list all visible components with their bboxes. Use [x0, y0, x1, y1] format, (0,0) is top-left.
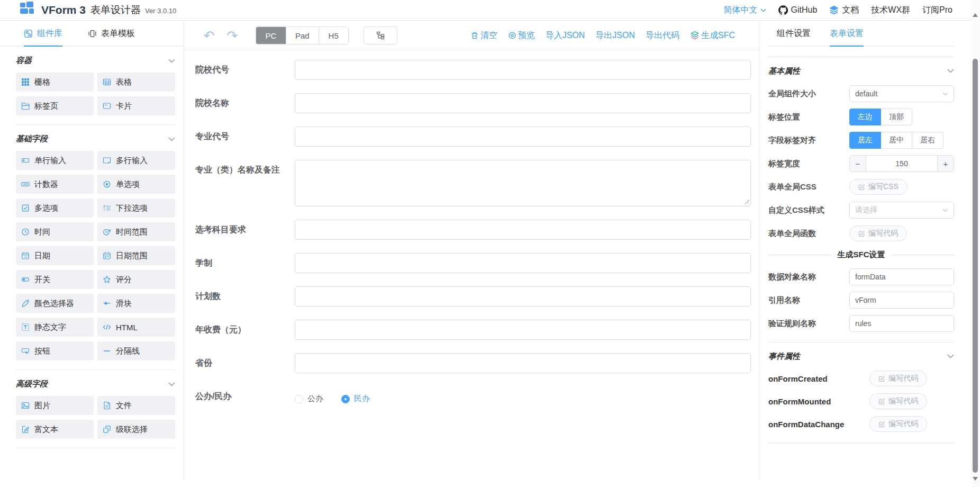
device-pc-button[interactable]: PC	[256, 27, 286, 44]
widget-item-cascader[interactable]: 级联选择	[97, 420, 175, 439]
label-width-value[interactable]: 150	[866, 156, 937, 172]
rules-name-input[interactable]	[849, 315, 954, 332]
form-field-row[interactable]: 省份	[195, 353, 751, 373]
form-field-row[interactable]: 院校名称	[195, 93, 751, 113]
widget-item-picture[interactable]: 图片	[16, 396, 94, 415]
radio-option-public[interactable]: 公办	[295, 394, 323, 404]
widget-item-static-text[interactable]: 静态文字	[16, 318, 94, 337]
sfc-layers-icon	[690, 31, 700, 40]
form-field-row[interactable]: 学制	[195, 253, 751, 273]
decrease-button[interactable]: −	[850, 156, 866, 172]
edit-on-form-data-change-button[interactable]: 编写代码	[869, 416, 927, 432]
widget-item-input[interactable]: 单行输入	[16, 151, 94, 170]
widget-item-table[interactable]: 表格	[97, 73, 175, 92]
field-input[interactable]	[295, 60, 751, 80]
field-input[interactable]	[295, 220, 751, 240]
device-pad-button[interactable]: Pad	[286, 27, 319, 44]
widget-item-switch[interactable]: 开关	[16, 270, 94, 289]
custom-class-select[interactable]: 请选择	[849, 202, 954, 219]
widget-item-rate[interactable]: 评分	[97, 270, 175, 289]
form-field-row[interactable]: 选考科目要求	[195, 220, 751, 240]
tab-widget-library[interactable]: 组件库	[24, 21, 62, 47]
field-label: 公办/民办	[195, 386, 295, 407]
widget-item-select[interactable]: 下拉选项	[97, 199, 175, 218]
increase-button[interactable]: +	[937, 156, 954, 172]
field-textarea[interactable]	[295, 160, 751, 206]
widget-item-html[interactable]: HTML	[97, 318, 175, 337]
form-field-row[interactable]: 专业代号	[195, 127, 751, 147]
form-canvas[interactable]: 院校代号 院校名称 专业代号 专业（类）名称及备注 选考科目要求	[185, 50, 759, 407]
section-event-props[interactable]: 事件属性	[768, 350, 954, 363]
ref-name-input[interactable]	[849, 292, 954, 309]
widget-item-divider[interactable]: 分隔线	[97, 341, 175, 360]
widget-item-checkbox[interactable]: 多选项	[16, 199, 94, 218]
widget-size-select[interactable]: default	[849, 85, 954, 102]
redo-button[interactable]: ↷	[225, 29, 240, 42]
node-tree-button[interactable]	[364, 26, 397, 44]
label-align-left[interactable]: 居左	[849, 132, 881, 149]
widget-item-radio[interactable]: 单选项	[97, 175, 175, 194]
form-field-row[interactable]: 专业（类）名称及备注	[195, 160, 751, 206]
widget-item-card[interactable]: 卡片	[97, 96, 175, 115]
edit-on-form-mounted-button[interactable]: 编写代码	[869, 393, 927, 409]
tab-widget-settings[interactable]: 组件设置	[777, 21, 811, 47]
field-input[interactable]	[295, 253, 751, 273]
section-basic-props[interactable]: 基本属性	[768, 65, 954, 77]
section-advanced-fields[interactable]: 高级字段	[16, 379, 175, 389]
widget-item-file[interactable]: 文件	[97, 396, 175, 415]
widget-item-tab-page[interactable]: 标签页	[16, 96, 94, 115]
field-input[interactable]	[295, 127, 751, 147]
form-field-row[interactable]: 院校代号	[195, 60, 751, 80]
docs-link[interactable]: 文档	[829, 5, 859, 16]
form-field-row[interactable]: 公办/民办 公办 民办	[195, 386, 751, 407]
scroll-up-arrow-icon[interactable]	[973, 13, 978, 17]
widget-item-rich-editor[interactable]: 富文本	[16, 420, 94, 439]
tab-form-template[interactable]: 表单模板	[88, 21, 135, 47]
chevron-down-icon	[760, 8, 766, 12]
field-input[interactable]	[295, 353, 751, 373]
scrollbar-thumb[interactable]	[973, 59, 978, 473]
edit-on-form-created-button[interactable]: 编写代码	[869, 371, 927, 386]
widget-item-slider[interactable]: 滑块	[97, 294, 175, 313]
edit-functions-button[interactable]: 编写代码	[849, 226, 907, 241]
export-code-button[interactable]: 导出代码	[646, 30, 679, 41]
label-position-top[interactable]: 顶部	[881, 109, 912, 125]
device-h5-button[interactable]: H5	[319, 27, 348, 44]
section-basic-fields[interactable]: 基础字段	[16, 134, 175, 144]
label-align-center[interactable]: 居中	[881, 132, 912, 149]
github-link[interactable]: GitHub	[778, 5, 818, 15]
widget-item-date[interactable]: 19 日期	[16, 246, 94, 265]
tab-form-settings[interactable]: 表单设置	[830, 21, 864, 47]
widget-item-textarea[interactable]: 多行输入	[97, 151, 175, 170]
form-field-row[interactable]: 年收费（元）	[195, 320, 751, 340]
widget-item-time[interactable]: 时间	[16, 222, 94, 241]
page-scrollbar[interactable]	[971, 0, 980, 487]
section-container[interactable]: 容器	[16, 56, 175, 66]
field-input[interactable]	[295, 320, 751, 340]
radio-option-private[interactable]: 民办	[341, 394, 370, 404]
import-json-button[interactable]: 导入JSON	[546, 30, 585, 41]
field-input[interactable]	[295, 286, 751, 306]
preview-button[interactable]: 预览	[508, 30, 535, 41]
edit-css-button[interactable]: 编写CSS	[849, 179, 908, 195]
widget-item-grid[interactable]: 栅格	[16, 73, 94, 92]
export-json-button[interactable]: 导出JSON	[595, 30, 635, 41]
language-menu[interactable]: 简体中文	[724, 5, 766, 16]
widget-item-time-range[interactable]: 时间范围	[97, 222, 175, 241]
form-field-row[interactable]: 计划数	[195, 286, 751, 306]
widget-item-date-range[interactable]: 日期范围	[97, 246, 175, 265]
scroll-down-arrow-icon[interactable]	[973, 477, 978, 481]
widget-item-color-picker[interactable]: 颜色选择器	[16, 294, 94, 313]
clear-button[interactable]: 清空	[470, 30, 497, 41]
widget-item-button[interactable]: 按钮	[16, 341, 94, 360]
field-input[interactable]	[295, 93, 751, 113]
wx-group-link[interactable]: 技术WX群	[871, 5, 910, 16]
label-position-left[interactable]: 左边	[849, 109, 881, 125]
undo-button[interactable]: ↶	[202, 29, 216, 42]
widget-item-number[interactable]: 123 计数器	[16, 175, 94, 194]
data-object-name-input[interactable]	[849, 268, 954, 285]
device-toggle-group: PC Pad H5	[256, 26, 349, 44]
label-align-right[interactable]: 居右	[912, 132, 943, 149]
generate-sfc-button[interactable]: 生成SFC	[690, 30, 735, 41]
subscribe-pro-link[interactable]: 订阅Pro	[922, 5, 952, 16]
